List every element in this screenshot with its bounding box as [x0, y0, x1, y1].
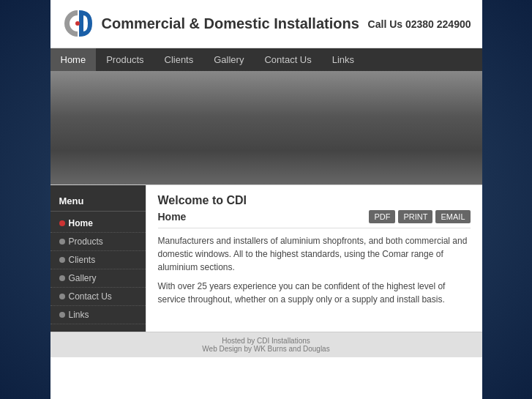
- sidebar-item-label: Contact Us: [69, 291, 112, 302]
- hero-area: [50, 71, 482, 184]
- page-heading: Home: [158, 211, 187, 223]
- print-button[interactable]: PRINT: [398, 210, 432, 223]
- sidebar-items-container: HomeProductsClientsGalleryContact UsLink…: [50, 215, 146, 324]
- site-header: Commercial & Domestic Installations Call…: [50, 0, 482, 48]
- body-para-2: With over 25 years experience you can be…: [158, 280, 471, 306]
- sidebar-item-label: Gallery: [69, 273, 97, 283]
- footer-line1: Hosted by CDI Installations: [55, 337, 478, 345]
- call-us-text: Call Us 02380 224900: [368, 18, 471, 30]
- footer-line2: Web Design by WK Burns and Douglas: [55, 345, 478, 353]
- site-title: Commercial & Domestic Installations: [102, 15, 359, 32]
- nav-item-gallery[interactable]: Gallery: [203, 48, 254, 71]
- logo-area: Commercial & Domestic Installations: [61, 7, 359, 40]
- sidebar-bullet: [59, 257, 65, 263]
- email-button[interactable]: EMAIL: [435, 210, 470, 223]
- action-buttons: PDF PRINT EMAIL: [369, 210, 470, 223]
- logo-icon: [61, 7, 94, 40]
- sidebar-item-gallery[interactable]: Gallery: [50, 269, 146, 288]
- main-panel: Welcome to CDI Home PDF PRINT EMAIL Manu…: [146, 185, 482, 332]
- sidebar-item-clients[interactable]: Clients: [50, 251, 146, 269]
- content-area: Menu HomeProductsClientsGalleryContact U…: [50, 184, 482, 332]
- sidebar-item-products[interactable]: Products: [50, 233, 146, 251]
- site-nav: HomeProductsClientsGalleryContact UsLink…: [50, 48, 482, 71]
- nav-item-clients[interactable]: Clients: [154, 48, 204, 71]
- sidebar-bullet: [59, 239, 65, 245]
- sidebar-bullet: [59, 294, 65, 299]
- nav-items-container: HomeProductsClientsGalleryContact UsLink…: [50, 48, 365, 71]
- site-footer: Hosted by CDI Installations Web Design b…: [50, 332, 482, 357]
- site-wrapper: Commercial & Domestic Installations Call…: [50, 0, 482, 399]
- nav-item-links[interactable]: Links: [322, 48, 364, 71]
- sidebar-item-label: Home: [69, 218, 93, 228]
- sidebar-item-contact-us[interactable]: Contact Us: [50, 288, 146, 306]
- pdf-button[interactable]: PDF: [369, 210, 395, 223]
- svg-point-1: [75, 21, 80, 26]
- body-para-1: Manufacturers and installers of aluminiu…: [158, 234, 471, 274]
- welcome-title: Welcome to CDI: [158, 194, 471, 207]
- nav-item-home[interactable]: Home: [50, 48, 97, 71]
- sidebar-bullet: [59, 312, 65, 318]
- nav-item-products[interactable]: Products: [96, 48, 154, 71]
- sidebar-bullet: [59, 220, 65, 226]
- sidebar-item-home[interactable]: Home: [50, 215, 146, 233]
- sidebar-bullet: [59, 275, 65, 281]
- sidebar-item-label: Products: [69, 236, 103, 247]
- sidebar-menu-title: Menu: [50, 193, 146, 212]
- sidebar-item-label: Clients: [69, 255, 96, 265]
- sidebar-item-label: Links: [69, 310, 89, 320]
- page-heading-row: Home PDF PRINT EMAIL: [158, 210, 471, 228]
- sidebar: Menu HomeProductsClientsGalleryContact U…: [50, 185, 146, 332]
- nav-item-contact-us[interactable]: Contact Us: [254, 48, 321, 71]
- sidebar-item-links[interactable]: Links: [50, 306, 146, 324]
